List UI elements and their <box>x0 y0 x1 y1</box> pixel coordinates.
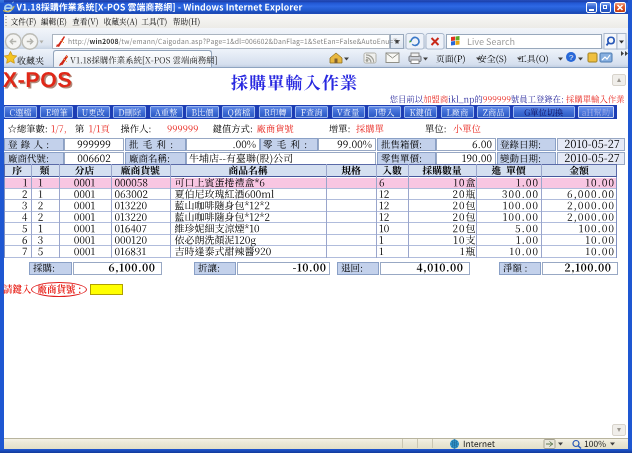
svg-text:?: ? <box>569 53 574 62</box>
